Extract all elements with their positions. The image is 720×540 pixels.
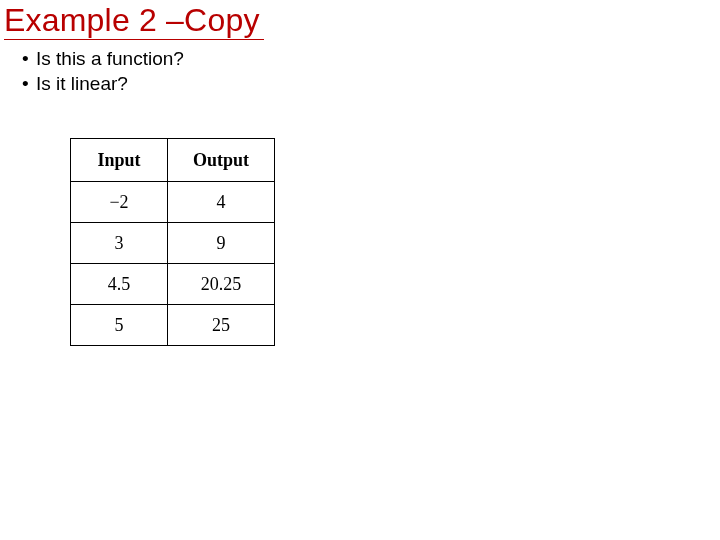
cell-input: 5 — [71, 305, 168, 346]
slide: Example 2 –Copy • Is this a function? • … — [0, 0, 720, 540]
header-output: Output — [168, 139, 275, 182]
cell-output: 20.25 — [168, 264, 275, 305]
title-underline — [4, 39, 264, 40]
io-table: Input Output −2 4 3 9 4.5 20.25 5 25 — [70, 138, 275, 346]
table-row: 4.5 20.25 — [71, 264, 275, 305]
table-header-row: Input Output — [71, 139, 275, 182]
cell-input: −2 — [71, 182, 168, 223]
cell-input: 3 — [71, 223, 168, 264]
header-input: Input — [71, 139, 168, 182]
cell-output: 9 — [168, 223, 275, 264]
bullet-dot-icon: • — [22, 46, 36, 71]
table-row: 5 25 — [71, 305, 275, 346]
bullet-text: Is it linear? — [36, 71, 128, 96]
bullet-text: Is this a function? — [36, 46, 184, 71]
bullet-item: • Is this a function? — [22, 46, 184, 71]
cell-output: 25 — [168, 305, 275, 346]
slide-title: Example 2 –Copy — [4, 2, 260, 39]
bullet-item: • Is it linear? — [22, 71, 184, 96]
cell-output: 4 — [168, 182, 275, 223]
bullet-dot-icon: • — [22, 71, 36, 96]
table-row: −2 4 — [71, 182, 275, 223]
cell-input: 4.5 — [71, 264, 168, 305]
bullet-list: • Is this a function? • Is it linear? — [22, 46, 184, 96]
table-row: 3 9 — [71, 223, 275, 264]
